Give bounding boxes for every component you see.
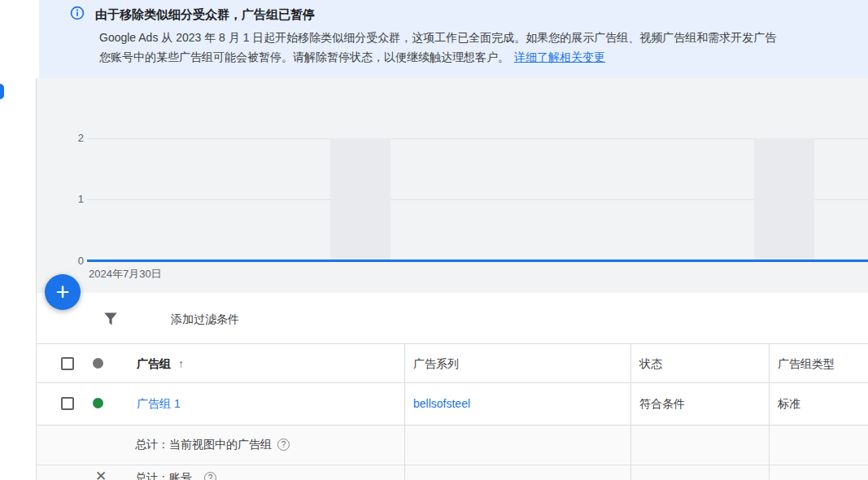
status-dot-all[interactable] xyxy=(93,358,103,369)
table-top-border xyxy=(37,343,868,344)
column-header-ad-group-type[interactable]: 广告组类型 xyxy=(778,357,835,371)
weekend-band xyxy=(754,138,814,262)
column-header-campaign[interactable]: 广告系列 xyxy=(413,357,459,371)
column-divider xyxy=(769,344,770,480)
info-banner: 由于移除类似细分受众群，广告组已暂停 Google Ads 从 2023 年 8… xyxy=(39,0,868,78)
sort-ascending-icon: ↑ xyxy=(178,357,184,370)
ad-group-link[interactable]: 广告组 1 xyxy=(137,397,181,411)
add-button[interactable]: + xyxy=(45,274,81,310)
banner-body-line2: 您账号中的某些广告组可能会被暂停。请解除暂停状态，以便继续触达理想客户。详细了解… xyxy=(99,50,605,65)
status-value: 符合条件 xyxy=(639,397,685,411)
summary-label-current-view: 总计：当前视图中的广告组 xyxy=(135,438,272,452)
status-dot-enabled[interactable] xyxy=(93,398,103,408)
campaign-link[interactable]: bellsofsteel xyxy=(413,397,470,411)
performance-chart: 2 1 0 2024年7月30日 xyxy=(37,78,868,293)
y-axis-tick-0: 0 xyxy=(66,255,84,268)
google-ads-page: 由于移除类似细分受众群，广告组已暂停 Google Ads 从 2023 年 8… xyxy=(0,0,868,480)
y-axis-tick-2: 2 xyxy=(66,132,84,145)
banner-body-line1: Google Ads 从 2023 年 8 月 1 日起开始移除类似细分受众群，… xyxy=(99,31,776,46)
gridline-2 xyxy=(87,138,868,139)
info-icon xyxy=(70,6,85,20)
summary-label-account: 总计：账号 xyxy=(135,471,192,480)
close-icon[interactable]: ✕ xyxy=(95,468,107,480)
column-divider xyxy=(404,344,405,480)
column-header-status[interactable]: 状态 xyxy=(639,357,662,371)
weekend-band xyxy=(330,138,390,262)
row-checkbox[interactable] xyxy=(61,397,74,410)
nav-expand-handle[interactable] xyxy=(0,84,4,99)
plus-icon: + xyxy=(56,281,70,304)
column-divider xyxy=(630,344,631,480)
ad-group-type-value: 标准 xyxy=(778,397,800,411)
help-icon[interactable]: ? xyxy=(277,439,290,451)
header-bottom-border xyxy=(37,382,868,383)
select-all-checkbox[interactable] xyxy=(61,357,74,370)
column-header-ad-group[interactable]: 广告组↑ xyxy=(137,357,184,371)
funnel-icon[interactable] xyxy=(103,312,118,326)
banner-title: 由于移除类似细分受众群，广告组已暂停 xyxy=(95,7,315,23)
x-axis-date-label: 2024年7月30日 xyxy=(89,267,162,281)
help-icon[interactable]: ? xyxy=(204,472,216,480)
add-filter-button[interactable]: 添加过滤条件 xyxy=(171,312,239,327)
chart-series-line xyxy=(87,260,868,262)
gridline-1 xyxy=(87,199,868,200)
banner-body-line2-text: 您账号中的某些广告组可能会被暂停。请解除暂停状态，以便继续触达理想客户。 xyxy=(99,50,509,63)
learn-more-link[interactable]: 详细了解相关变更 xyxy=(514,50,605,63)
y-axis-tick-1: 1 xyxy=(66,193,84,206)
